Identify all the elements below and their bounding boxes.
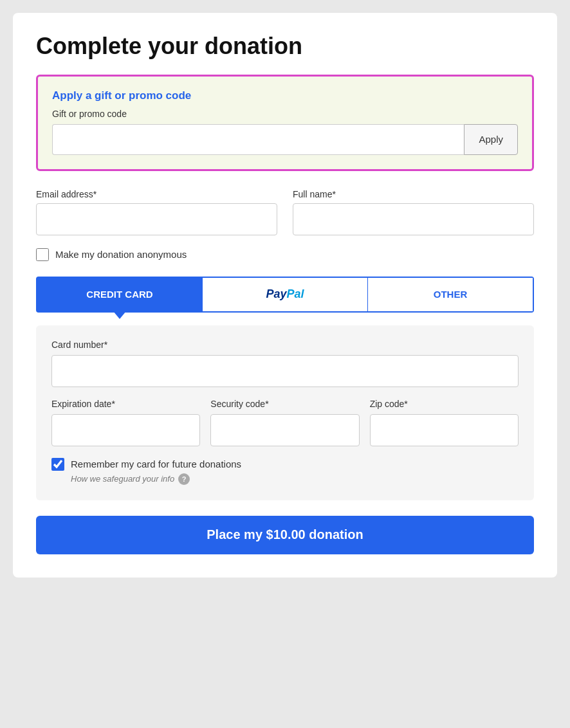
anonymous-row: Make my donation anonymous [36,248,534,261]
email-name-row: Email address* Full name* [36,189,534,235]
expiration-label: Expiration date* [51,399,200,409]
remember-row: Remember my card for future donations Ho… [51,458,519,485]
safeguard-help-icon[interactable]: ? [178,473,190,485]
promo-code-input[interactable] [52,124,464,155]
card-number-input[interactable] [51,355,519,387]
fullname-label: Full name* [293,189,534,199]
promo-field-label: Gift or promo code [52,109,518,119]
security-label: Security code* [210,399,359,409]
promo-input-row: Apply [52,124,518,155]
fullname-group: Full name* [293,189,534,235]
safeguard-text: How we safeguard your info [71,474,174,484]
email-group: Email address* [36,189,277,235]
credit-card-section: Card number* Expiration date* Security c… [36,325,534,500]
apply-promo-button[interactable]: Apply [464,124,518,155]
tab-paypal[interactable]: PayPal [202,278,368,311]
email-input[interactable] [36,203,277,235]
promo-section: Apply a gift or promo code Gift or promo… [36,75,534,171]
promo-title: Apply a gift or promo code [52,89,518,102]
fullname-input[interactable] [293,203,534,235]
tab-credit-card[interactable]: CREDIT CARD [37,278,202,311]
safeguard-row: How we safeguard your info ? [51,473,519,485]
paypal-logo: PayPal [266,287,304,301]
expiration-input[interactable] [51,414,200,446]
anonymous-checkbox[interactable] [36,248,49,261]
remember-card-checkbox[interactable] [51,458,64,471]
anonymous-label: Make my donation anonymous [55,249,187,260]
zip-group: Zip code* [370,399,519,446]
tab-other[interactable]: OTHER [368,278,533,311]
remember-checkbox-row: Remember my card for future donations [51,458,519,471]
remember-label: Remember my card for future donations [71,459,241,469]
donation-form: Complete your donation Apply a gift or p… [13,13,557,578]
security-group: Security code* [210,399,359,446]
zip-input[interactable] [370,414,519,446]
cc-details-row: Expiration date* Security code* Zip code… [51,399,519,446]
place-donation-button[interactable]: Place my $10.00 donation [36,516,534,554]
security-input[interactable] [210,414,359,446]
email-label: Email address* [36,189,277,199]
payment-tabs: CREDIT CARD PayPal OTHER [36,277,534,313]
page-title: Complete your donation [36,33,534,59]
card-number-label: Card number* [51,340,519,350]
expiration-group: Expiration date* [51,399,200,446]
zip-label: Zip code* [370,399,519,409]
